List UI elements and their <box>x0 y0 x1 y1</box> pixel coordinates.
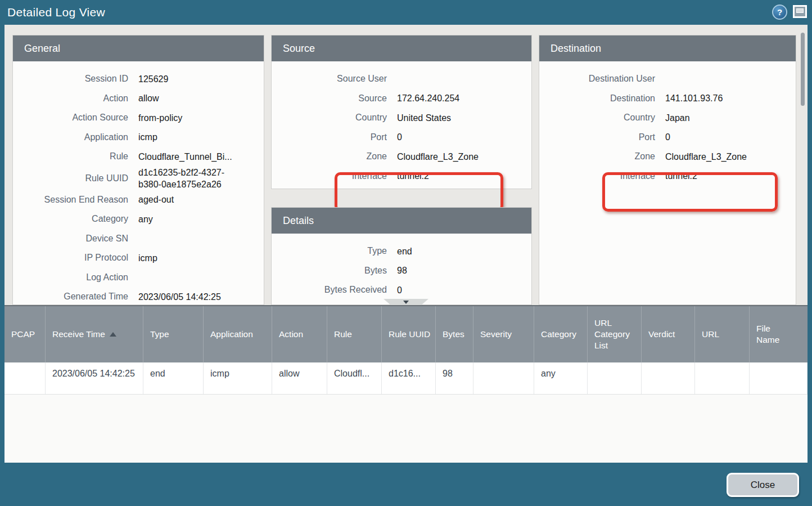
column-header-file-name[interactable]: File Name <box>750 306 808 362</box>
field-source-country: Country United States <box>272 108 531 128</box>
general-panel-header: General <box>13 35 264 61</box>
log-table-header: PCAP Receive Time Type Application Actio… <box>4 306 808 362</box>
field-generated-time: Generated Time 2023/06/05 14:42:25 <box>13 287 264 305</box>
cell-severity <box>473 362 534 394</box>
column-header-bytes[interactable]: Bytes <box>436 306 473 362</box>
field-source-user: Source User <box>272 69 531 89</box>
column-header-rule-uuid[interactable]: Rule UUID <box>382 306 436 362</box>
field-rule-uuid: Rule UUID d1c16235-b2f2-4327-b380-0ae187… <box>13 167 264 190</box>
cell-url-category-list <box>588 362 642 394</box>
field-application: Application icmp <box>13 128 264 147</box>
window-icon-inner <box>796 8 804 13</box>
field-session-id: Session ID 125629 <box>13 69 264 89</box>
column-header-verdict[interactable]: Verdict <box>642 306 695 362</box>
collapse-table-handle[interactable] <box>384 299 428 305</box>
column-header-url-category-list[interactable]: URL Category List <box>588 306 642 362</box>
cell-rule: Cloudfl... <box>327 362 382 394</box>
cell-verdict <box>642 362 695 394</box>
field-source-zone: Zone Cloudflare_L3_Zone <box>272 147 531 167</box>
column-header-application[interactable]: Application <box>204 306 272 362</box>
field-device-sn: Device SN <box>13 229 264 249</box>
field-destination-port: Port 0 <box>539 128 796 147</box>
cell-rule-uuid: d1c16... <box>382 362 436 394</box>
column-header-url[interactable]: URL <box>695 306 750 362</box>
help-icon[interactable]: ? <box>772 5 787 20</box>
column-header-action[interactable]: Action <box>272 306 327 362</box>
field-source-interface: Interface tunnel.2 <box>272 167 531 186</box>
field-bytes: Bytes 98 <box>272 261 531 281</box>
field-destination-country: Country Japan <box>539 108 796 128</box>
field-category: Category any <box>13 209 264 229</box>
cell-pcap <box>4 362 46 394</box>
cell-file-name <box>750 362 808 394</box>
column-header-category[interactable]: Category <box>534 306 588 362</box>
destination-panel: Destination Destination User Destination… <box>539 35 796 305</box>
field-ip-protocol: IP Protocol icmp <box>13 248 264 268</box>
field-source: Source 172.64.240.254 <box>272 89 531 109</box>
field-destination-interface: Interface tunnel.2 <box>539 167 796 186</box>
column-header-type[interactable]: Type <box>143 306 204 362</box>
field-session-end-reason: Session End Reason aged-out <box>13 190 264 210</box>
field-action: Action allow <box>13 89 264 109</box>
cell-url <box>695 362 750 394</box>
log-table-row[interactable]: 2023/06/05 14:42:25 end icmp allow Cloud… <box>4 362 808 395</box>
destination-panel-header: Destination <box>539 35 796 61</box>
window-icon[interactable] <box>793 5 807 18</box>
cell-bytes: 98 <box>436 362 473 394</box>
page-title: Detailed Log View <box>7 0 105 25</box>
column-header-rule[interactable]: Rule <box>327 306 382 362</box>
title-bar: Detailed Log View ? <box>0 0 812 25</box>
chevron-down-icon <box>403 301 409 304</box>
field-destination-user: Destination User <box>539 69 796 89</box>
cell-action: allow <box>272 362 327 394</box>
close-button[interactable]: Close <box>727 473 799 497</box>
field-destination-zone: Zone Cloudflare_L3_Zone <box>539 147 796 167</box>
log-table: PCAP Receive Time Type Application Actio… <box>4 305 808 463</box>
vertical-scrollbar-thumb[interactable] <box>801 33 805 106</box>
field-destination: Destination 141.101.93.76 <box>539 89 796 109</box>
details-panel-header: Details <box>272 208 531 234</box>
column-header-pcap[interactable]: PCAP <box>4 306 46 362</box>
cell-application: icmp <box>204 362 272 394</box>
column-header-receive-time[interactable]: Receive Time <box>46 306 143 362</box>
detail-panels-area: General Session ID 125629 Action allow A… <box>4 25 808 305</box>
sort-ascending-icon <box>110 332 116 337</box>
source-panel-header: Source <box>272 35 531 61</box>
details-panel: Details Type end Bytes 98 Bytes Received… <box>271 207 532 305</box>
field-rule: Rule Cloudflare_Tunnel_Bi... <box>13 147 264 167</box>
field-bytes-received: Bytes Received 0 <box>272 280 531 300</box>
cell-type: end <box>143 362 204 394</box>
column-header-severity[interactable]: Severity <box>473 306 534 362</box>
general-panel: General Session ID 125629 Action allow A… <box>12 35 264 305</box>
field-log-action: Log Action <box>13 268 264 288</box>
field-action-source: Action Source from-policy <box>13 108 264 128</box>
source-panel: Source Source User Source 172.64.240.254… <box>271 35 532 189</box>
cell-category: any <box>534 362 588 394</box>
cell-receive-time: 2023/06/05 14:42:25 <box>46 362 143 394</box>
field-source-port: Port 0 <box>272 128 531 147</box>
field-type: Type end <box>272 241 531 261</box>
